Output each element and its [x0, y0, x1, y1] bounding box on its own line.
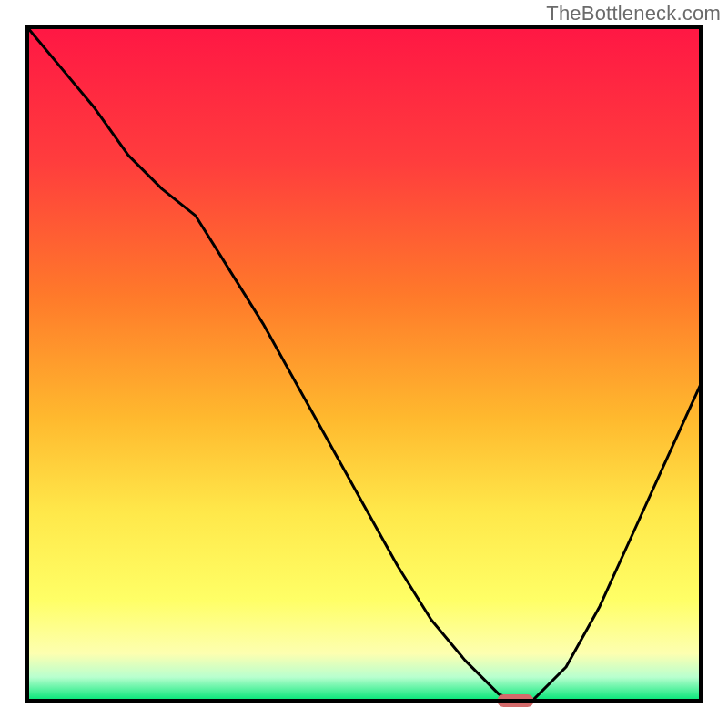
chart-svg	[0, 0, 728, 728]
watermark-text: TheBottleneck.com	[546, 2, 721, 25]
plot-background	[27, 27, 701, 701]
chart-container: TheBottleneck.com	[0, 0, 728, 728]
